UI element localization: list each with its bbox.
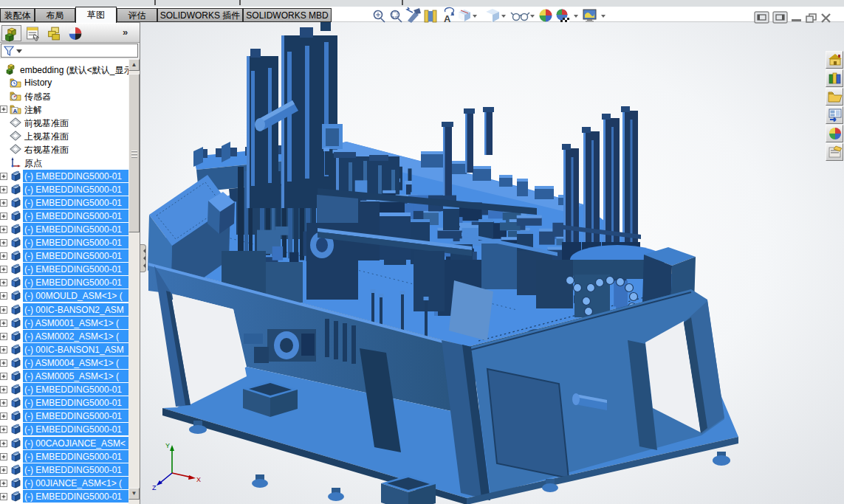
- svg-text:X: X: [196, 476, 201, 483]
- svg-text:Z: Z: [152, 484, 157, 491]
- svg-text:A: A: [444, 13, 451, 24]
- svg-text:Y: Y: [165, 442, 170, 449]
- svg-text:A: A: [13, 107, 18, 114]
